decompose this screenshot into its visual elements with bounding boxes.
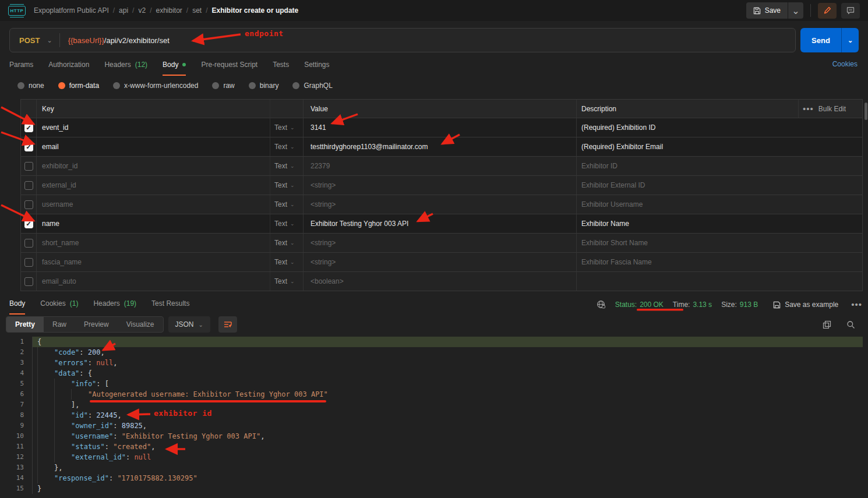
key-cell[interactable]: email (37, 137, 270, 156)
send-button[interactable]: Send (800, 28, 841, 52)
value-cell[interactable]: testthirdyghorep1103@mailinator.com (304, 137, 577, 156)
body-mode-binary[interactable]: binary (249, 82, 279, 90)
row-end-cell (798, 195, 862, 214)
body-mode-raw[interactable]: raw (212, 82, 234, 90)
wrap-lines-button[interactable] (218, 316, 237, 333)
tab-headers[interactable]: Headers(12) (104, 56, 147, 76)
code-line: 12"external_id": null (0, 452, 868, 462)
description-cell[interactable]: Exhibitor Short Name (577, 234, 798, 252)
value-cell[interactable]: Exhibitor Testing Yghor 003 API (304, 214, 577, 233)
send-split-button: Send ⌄ (800, 28, 859, 52)
value-cell[interactable]: <boolean> (304, 272, 577, 291)
row-checkbox[interactable]: ✓ (24, 143, 33, 151)
value-cell[interactable]: 22379 (304, 157, 577, 175)
body-mode-none[interactable]: none (17, 82, 44, 90)
time-badge[interactable]: Time: 3.13 s (673, 301, 712, 309)
row-checkbox[interactable] (24, 181, 33, 190)
tab-authorization[interactable]: Authorization (48, 56, 89, 76)
checkbox-cell (21, 157, 37, 175)
tab-params[interactable]: Params (9, 56, 33, 76)
key-cell[interactable]: event_id (37, 118, 270, 137)
description-cell[interactable]: Exhibitor ID (577, 157, 798, 175)
value-cell[interactable]: <string> (304, 253, 577, 271)
cookies-link[interactable]: Cookies (832, 60, 858, 68)
comment-button[interactable] (841, 3, 860, 19)
response-tab-cookies[interactable]: Cookies(1) (40, 295, 78, 315)
type-selector[interactable]: Text⌄ (270, 118, 304, 137)
row-checkbox[interactable] (24, 277, 33, 286)
view-tab-visualize[interactable]: Visualize (118, 317, 163, 332)
tab-body[interactable]: Body (163, 56, 186, 76)
type-selector[interactable]: Text⌄ (270, 253, 304, 271)
save-options-button[interactable]: ⌄ (788, 2, 803, 19)
view-tab-raw[interactable]: Raw (44, 317, 75, 332)
view-tab-pretty[interactable]: Pretty (6, 317, 44, 332)
key-cell[interactable]: name (37, 214, 270, 233)
tab-tests[interactable]: Tests (273, 56, 289, 76)
view-tab-preview[interactable]: Preview (75, 317, 118, 332)
type-selector[interactable]: Text⌄ (270, 214, 304, 233)
description-cell[interactable] (577, 272, 798, 291)
key-cell[interactable]: exhibitor_id (37, 157, 270, 175)
method-selector[interactable]: POST (10, 36, 47, 45)
table-scrollbar-thumb[interactable] (865, 103, 867, 120)
breadcrumb-item[interactable]: api (119, 6, 128, 15)
type-selector[interactable]: Text⌄ (270, 137, 304, 156)
row-checkbox[interactable]: ✓ (24, 123, 33, 132)
breadcrumb-item[interactable]: Expoplatform Public API (34, 6, 109, 15)
breadcrumb-item[interactable]: exhibitor (156, 6, 182, 15)
key-cell[interactable]: fascia_name (37, 253, 270, 271)
size-badge[interactable]: Size: 913 B (721, 301, 758, 309)
send-options-button[interactable]: ⌄ (841, 28, 859, 52)
type-selector[interactable]: Text⌄ (270, 176, 304, 195)
status-badge[interactable]: Status: 200 OK (615, 301, 664, 309)
value-cell[interactable]: <string> (304, 234, 577, 252)
description-cell[interactable]: (Required) Exhibitor Email (577, 137, 798, 156)
method-chevron-icon[interactable]: ⌄ (47, 37, 52, 44)
body-mode-graphql[interactable]: GraphQL (292, 82, 332, 90)
row-checkbox[interactable] (24, 258, 33, 267)
description-cell[interactable]: Exhibitor Name (577, 214, 798, 233)
bulk-edit-button[interactable]: Bulk Edit (818, 105, 846, 113)
description-cell[interactable]: Exhibitor Fascia Name (577, 253, 798, 271)
type-selector[interactable]: Text⌄ (270, 195, 304, 214)
description-cell[interactable]: Exhibitor External ID (577, 176, 798, 195)
tab-pre-request-script[interactable]: Pre-request Script (201, 56, 257, 76)
copy-icon[interactable] (823, 320, 831, 329)
type-selector[interactable]: Text⌄ (270, 234, 304, 252)
response-tab-body[interactable]: Body (9, 295, 25, 315)
value-cell[interactable]: <string> (304, 176, 577, 195)
tab-label: Body (163, 61, 178, 69)
row-checkbox[interactable] (24, 239, 33, 248)
type-selector[interactable]: Text⌄ (270, 272, 304, 291)
tab-settings[interactable]: Settings (304, 56, 329, 76)
row-checkbox[interactable] (24, 162, 33, 171)
url-input[interactable]: {{baseUrl}}/api/v2/exhibitor/set (68, 36, 170, 45)
type-selector[interactable]: Text⌄ (270, 157, 304, 175)
body-mode-x-www-form-urlencoded[interactable]: x-www-form-urlencoded (113, 82, 198, 90)
response-tab-headers[interactable]: Headers(19) (93, 295, 136, 315)
description-cell[interactable]: (Required) Exhibition ID (577, 118, 798, 137)
row-checkbox[interactable]: ✓ (24, 220, 33, 228)
format-selector[interactable]: JSON ⌄ (168, 316, 210, 333)
save-as-example-button[interactable]: Save as example (773, 301, 838, 309)
row-checkbox[interactable] (24, 200, 33, 209)
key-cell[interactable]: username (37, 195, 270, 214)
description-cell[interactable]: Exhibitor Username (577, 195, 798, 214)
value-cell[interactable]: <string> (304, 195, 577, 214)
value-cell[interactable]: 3141 (304, 118, 577, 137)
edit-button[interactable] (818, 3, 837, 19)
key-cell[interactable]: short_name (37, 234, 270, 252)
breadcrumb-item[interactable]: set (192, 6, 202, 15)
line-number: 12 (0, 452, 33, 462)
checkbox-cell: ✓ (21, 137, 37, 156)
breadcrumb-item[interactable]: v2 (138, 6, 146, 15)
save-button[interactable]: Save (746, 2, 788, 19)
network-globe-icon[interactable] (597, 300, 606, 309)
key-cell[interactable]: email_auto (37, 272, 270, 291)
body-mode-label: x-www-form-urlencoded (124, 82, 198, 90)
response-tab-test-results[interactable]: Test Results (151, 295, 189, 315)
search-icon[interactable] (846, 320, 855, 329)
key-cell[interactable]: external_id (37, 176, 270, 195)
body-mode-form-data[interactable]: form-data (58, 82, 99, 90)
